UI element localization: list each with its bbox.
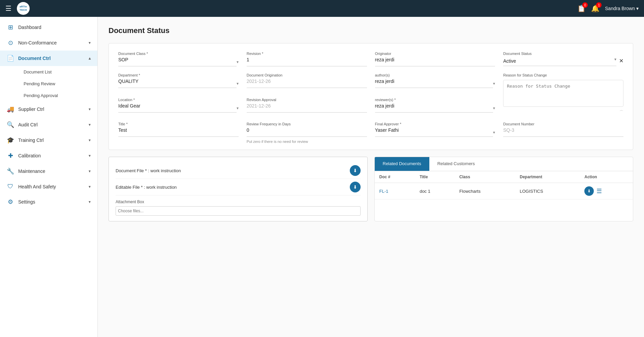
sidebar-item-label: Settings xyxy=(18,199,35,205)
sidebar-item-settings[interactable]: ⚙ Settings ▾ xyxy=(0,194,97,210)
review-frequency-value[interactable]: 0 xyxy=(247,127,367,137)
sidebar-item-document-ctrl[interactable]: 📄 Document Ctrl ▴ xyxy=(0,51,97,66)
document-form: Document Class * SOP ▾ Revision * 1 Orig… xyxy=(109,43,633,150)
chevron-down-icon: ▾ xyxy=(493,81,495,86)
reviewers-value[interactable]: reza jerdi xyxy=(375,103,493,113)
chevron-down-icon: ▾ xyxy=(237,106,239,111)
document-ctrl-icon: 📄 xyxy=(7,55,14,62)
app-logo: aRTin TECH xyxy=(17,2,30,15)
col-title: Title xyxy=(415,171,455,183)
revision-approval-value[interactable]: 2021-12-26 xyxy=(247,103,367,113)
document-file-label: Document File * : work instruction xyxy=(116,168,181,173)
document-status-label: Document Status xyxy=(503,52,623,56)
sidebar-item-supplier-ctrl[interactable]: 🚚 Supplier Ctrl ▾ xyxy=(0,101,97,117)
document-file-download-button[interactable]: ⬇ xyxy=(350,165,361,176)
document-status-field: Document Status Active ▾ ✕ xyxy=(503,52,623,66)
chevron-down-icon: ▾ xyxy=(493,130,495,135)
row-download-button[interactable]: ⬇ xyxy=(584,186,594,196)
document-class-label: Document Class * xyxy=(118,52,239,56)
originator-field: Originator reza jerdi xyxy=(375,52,495,66)
final-approver-field: Final Approver * Yaser Fathi ▾ xyxy=(375,122,495,144)
reviewers-field: reviewer(s) * reza jerdi ▾ xyxy=(375,98,495,116)
row-details-button[interactable]: ☰ xyxy=(596,187,602,195)
chevron-down-icon: ▾ xyxy=(89,200,91,204)
col-action: Action xyxy=(580,171,633,183)
cell-title: doc 1 xyxy=(415,183,455,200)
user-name: Sandra Brown xyxy=(605,6,635,11)
nav-left: ☰ aRTin TECH xyxy=(5,2,30,15)
sidebar-item-label: Supplier Ctrl xyxy=(18,106,44,112)
sidebar-item-dashboard[interactable]: ⊞ Dashboard xyxy=(0,20,97,35)
action-icons: ⬇ ☰ xyxy=(584,186,628,196)
revision-value[interactable]: 1 xyxy=(247,57,367,66)
files-section: Document File * : work instruction ⬇ Edi… xyxy=(109,157,368,221)
body-wrapper: ⊞ Dashboard ⊙ Non-Conformance ▾ 📄 Docume… xyxy=(0,17,644,337)
related-documents-table: Doc # Title Class Department Action FL-1… xyxy=(375,171,633,200)
reason-label: Reason for Status Change xyxy=(503,73,623,77)
tasks-icon-wrap[interactable]: 📋 0 xyxy=(577,4,586,12)
document-origination-value[interactable]: 2021-12-26 xyxy=(247,79,367,88)
sidebar-item-health-safety[interactable]: 🛡 Health And Safety ▾ xyxy=(0,179,97,194)
sidebar-item-label: Non-Conformance xyxy=(18,40,57,45)
nav-right: 📋 0 🔔 1 Sandra Brown ▾ xyxy=(577,4,639,12)
sidebar-item-training-ctrl[interactable]: 🎓 Training Ctrl ▾ xyxy=(0,132,97,148)
sidebar-item-pending-approval[interactable]: Pending Approval xyxy=(18,90,97,101)
department-label: Department * xyxy=(118,73,239,77)
document-number-value[interactable]: SQ-3 xyxy=(503,127,623,137)
originator-value[interactable]: reza jerdi xyxy=(375,57,495,66)
sidebar-item-audit-ctrl[interactable]: 🔍 Audit Ctrl ▾ xyxy=(0,117,97,132)
audit-ctrl-icon: 🔍 xyxy=(7,121,14,128)
doc-link[interactable]: FL-1 xyxy=(379,189,389,194)
sidebar-item-calibration[interactable]: ✚ Calibration ▾ xyxy=(0,148,97,163)
review-frequency-label: Review Frequency in Days xyxy=(247,122,367,126)
title-value[interactable]: Test xyxy=(118,127,239,137)
authors-field: author(s) reza jerdi ▾ xyxy=(375,73,495,91)
authors-label: author(s) xyxy=(375,73,495,77)
sidebar-item-non-conformance[interactable]: ⊙ Non-Conformance ▾ xyxy=(0,35,97,51)
hamburger-menu[interactable]: ☰ xyxy=(5,4,11,12)
reviewers-label: reviewer(s) * xyxy=(375,98,495,102)
chevron-down-icon: ▾ xyxy=(89,153,91,158)
edit-icon: ⌒ xyxy=(619,110,623,115)
attachment-input[interactable] xyxy=(116,206,361,216)
dashboard-icon: ⊞ xyxy=(7,24,14,31)
chevron-down-icon: ▾ xyxy=(237,81,239,86)
notifications-icon-wrap[interactable]: 🔔 1 xyxy=(591,4,600,12)
originator-label: Originator xyxy=(375,52,495,56)
revision-approval-field: Revision Approval 2021-12-26 xyxy=(247,98,367,116)
revision-label: Revision * xyxy=(247,52,367,56)
chevron-down-icon: ▾ xyxy=(89,184,91,189)
sidebar-item-pending-review[interactable]: Pending Review xyxy=(18,78,97,90)
clear-status-button[interactable]: ✕ xyxy=(619,58,623,64)
document-origination-field: Document Origination 2021-12-26 xyxy=(247,73,367,91)
tab-related-documents[interactable]: Related Documents xyxy=(375,157,429,171)
cell-department: LOGISTICS xyxy=(515,183,580,200)
department-value[interactable]: QUALITY xyxy=(118,79,237,88)
cell-doc-num: FL-1 xyxy=(375,183,415,200)
col-department: Department xyxy=(515,171,580,183)
tasks-badge: 0 xyxy=(582,2,588,8)
reason-textarea[interactable] xyxy=(503,80,623,107)
sidebar-item-label: Calibration xyxy=(18,153,41,158)
authors-value[interactable]: reza jerdi xyxy=(375,79,493,88)
document-status-value[interactable]: Active xyxy=(503,58,516,64)
non-conformance-icon: ⊙ xyxy=(7,39,14,47)
supplier-ctrl-icon: 🚚 xyxy=(7,105,14,113)
user-menu[interactable]: Sandra Brown ▾ xyxy=(605,6,639,11)
final-approver-value[interactable]: Yaser Fathi xyxy=(375,127,493,137)
chevron-down-icon: ▾ xyxy=(89,40,91,45)
tab-related-customers[interactable]: Related Customers xyxy=(429,157,483,171)
chevron-up-icon: ▴ xyxy=(89,56,91,61)
document-class-value[interactable]: SOP xyxy=(118,57,237,66)
review-note: Put zero if there is no need for review xyxy=(247,140,367,144)
sidebar-item-label: Audit Ctrl xyxy=(18,122,38,127)
attachment-box-label: Attachment Box xyxy=(116,200,361,204)
editable-file-download-button[interactable]: ⬇ xyxy=(350,182,361,192)
sidebar-item-maintenance[interactable]: 🔧 Maintenance ▾ xyxy=(0,163,97,179)
top-navigation: ☰ aRTin TECH 📋 0 🔔 1 Sandra Brown ▾ xyxy=(0,0,644,17)
sidebar-item-label: Training Ctrl xyxy=(18,137,44,143)
sidebar-item-document-list[interactable]: Document List xyxy=(18,66,97,78)
user-dropdown-arrow: ▾ xyxy=(636,6,639,11)
location-value[interactable]: Ideal Gear xyxy=(118,103,237,113)
chevron-down-icon: ▾ xyxy=(237,60,239,64)
